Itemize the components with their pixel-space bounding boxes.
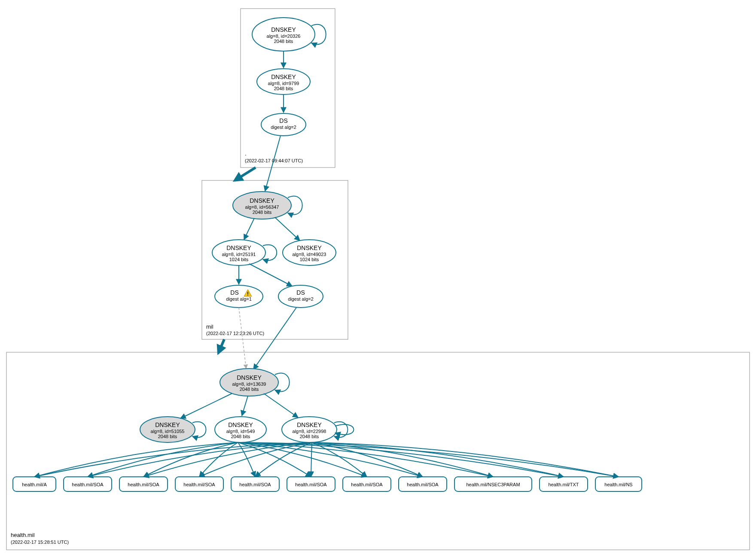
- svg-rect-27: [247, 292, 248, 294]
- svg-text:2048 bits: 2048 bits: [240, 387, 259, 392]
- edge-zone-root-to-mil: [236, 168, 256, 180]
- rrset-label-rr8: health.mil/NSEC3PARAM: [466, 482, 520, 487]
- node-mil-zsk2: DNSKEY alg=8, id=49023 1024 bits: [283, 240, 336, 265]
- rrset-label-rr9: health.mil/TXT: [549, 482, 579, 487]
- svg-text:DS: DS: [279, 117, 287, 124]
- svg-text:alg=8, id=9799: alg=8, id=9799: [268, 81, 299, 86]
- rrset-label-rr6: health.mil/SOA: [351, 482, 383, 487]
- edge-health-ksk-to-zsk1: [180, 393, 232, 418]
- svg-text:2048 bits: 2048 bits: [300, 434, 319, 439]
- svg-text:1024 bits: 1024 bits: [300, 257, 319, 262]
- node-root-zsk: DNSKEY alg=8, id=9799 2048 bits: [257, 69, 310, 95]
- zone-box-health: [6, 352, 750, 550]
- rrset-label-rr1: health.mil/SOA: [72, 482, 104, 487]
- rrset-label-rr0: health.mil/A: [22, 482, 47, 487]
- node-health-zsk3: DNSKEY alg=8, id=22998 2048 bits: [282, 417, 337, 442]
- edge-self-health-zsk3b: [335, 424, 354, 435]
- rrset-label-rr10: health.mil/NS: [604, 482, 632, 487]
- edge-health-ksk-to-zsk3: [264, 393, 298, 418]
- edge-health-ksk-to-zsk2: [242, 396, 248, 416]
- svg-text:DS: DS: [296, 289, 305, 296]
- node-mil-ds2: DS digest alg=2: [278, 285, 323, 308]
- svg-text:DNSKEY: DNSKEY: [271, 26, 296, 33]
- zone-timestamp-health: (2022-02-17 15:28:51 UTC): [11, 540, 69, 545]
- svg-text:digest alg=1: digest alg=1: [226, 296, 252, 302]
- edge-mil-ds2-to-health-ksk: [253, 308, 296, 369]
- svg-text:2048 bits: 2048 bits: [158, 434, 177, 439]
- edge-sign-zsk549-rr7: [238, 442, 423, 477]
- rrset-label-rr7: health.mil/SOA: [407, 482, 439, 487]
- svg-text:DS: DS: [230, 289, 238, 296]
- svg-text:2048 bits: 2048 bits: [274, 39, 293, 44]
- zone-label-root: .: [245, 150, 247, 157]
- svg-text:digest alg=2: digest alg=2: [271, 125, 296, 130]
- svg-text:DNSKEY: DNSKEY: [297, 421, 322, 428]
- edge-sign-zsk549-rr8: [238, 442, 493, 477]
- edge-mil-ds1-to-health-ksk: [239, 308, 246, 369]
- svg-text:alg=8, id=22998: alg=8, id=22998: [293, 429, 326, 434]
- svg-text:alg=8, id=56347: alg=8, id=56347: [245, 204, 279, 210]
- rrset-label-rr3: health.mil/SOA: [183, 482, 215, 487]
- svg-text:digest alg=2: digest alg=2: [288, 296, 314, 302]
- svg-rect-28: [247, 295, 248, 296]
- node-root-ds: DS digest alg=2: [261, 113, 306, 136]
- svg-text:1024 bits: 1024 bits: [229, 257, 249, 262]
- svg-text:2048 bits: 2048 bits: [274, 86, 293, 91]
- svg-text:alg=8, id=25191: alg=8, id=25191: [222, 252, 256, 257]
- svg-text:DNSKEY: DNSKEY: [250, 197, 274, 204]
- zone-label-mil: mil: [206, 323, 213, 330]
- svg-text:DNSKEY: DNSKEY: [228, 421, 253, 428]
- svg-text:alg=8, id=49023: alg=8, id=49023: [293, 252, 326, 257]
- zone-label-health: health.mil: [11, 532, 35, 538]
- svg-text:alg=8, id=13639: alg=8, id=13639: [232, 381, 266, 387]
- edge-mil-ksk-to-zsk2: [275, 217, 300, 241]
- edge-root-ds-to-mil-ksk: [265, 136, 280, 191]
- edge-zone-mil-to-health: [219, 339, 224, 351]
- edge-mil-zsk-to-ds2: [249, 264, 292, 286]
- zone-timestamp-mil: (2022-02-17 12:23:26 UTC): [206, 331, 264, 336]
- node-health-zsk1: DNSKEY alg=8, id=51055 2048 bits: [140, 417, 195, 442]
- node-health-zsk2: DNSKEY alg=8, id=549 2048 bits: [215, 417, 266, 442]
- edge-mil-ksk-to-zsk: [244, 218, 254, 240]
- node-mil-ds1: DS digest alg=1: [215, 285, 263, 308]
- svg-text:DNSKEY: DNSKEY: [297, 244, 322, 251]
- svg-text:DNSKEY: DNSKEY: [226, 244, 251, 251]
- node-mil-ksk: DNSKEY alg=8, id=56347 2048 bits: [233, 192, 291, 219]
- rrset-label-rr4: health.mil/SOA: [239, 482, 271, 487]
- svg-text:DNSKEY: DNSKEY: [155, 421, 180, 428]
- svg-text:DNSKEY: DNSKEY: [271, 73, 296, 80]
- svg-text:alg=8, id=549: alg=8, id=549: [226, 429, 255, 434]
- svg-text:alg=8, id=51055: alg=8, id=51055: [151, 429, 185, 434]
- node-root-ksk: DNSKEY alg=8, id=20326 2048 bits: [252, 18, 315, 51]
- rrset-label-rr2: health.mil/SOA: [128, 482, 159, 487]
- svg-text:2048 bits: 2048 bits: [231, 434, 250, 439]
- node-mil-zsk: DNSKEY alg=8, id=25191 1024 bits: [212, 240, 265, 265]
- svg-text:alg=8, id=20326: alg=8, id=20326: [267, 34, 301, 39]
- dnssec-graph: . (2022-02-17 09:44:07 UTC) mil (2022-02…: [0, 0, 756, 558]
- node-health-ksk: DNSKEY alg=8, id=13639 2048 bits: [220, 369, 278, 396]
- svg-text:DNSKEY: DNSKEY: [237, 374, 262, 381]
- rrset-label-rr5: health.mil/SOA: [295, 482, 327, 487]
- svg-text:2048 bits: 2048 bits: [253, 210, 272, 215]
